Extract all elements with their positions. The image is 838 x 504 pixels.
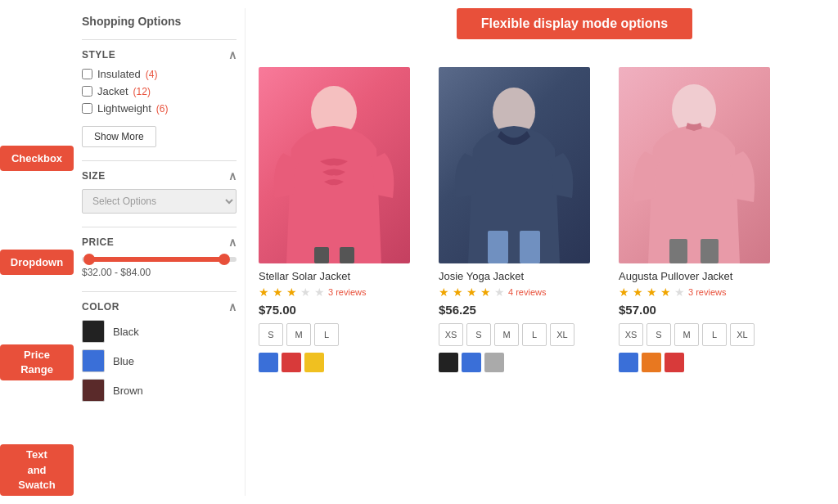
dropdown-label-badge: Dropdown [0, 250, 74, 275]
svg-rect-2 [340, 247, 354, 263]
style-insulated-label: Insulated [97, 68, 141, 80]
product-swatches-0 [259, 353, 422, 372]
stars-row-0: ★ ★ ★ ★ ★ 3 reviews [259, 286, 422, 299]
swatch-black-1[interactable] [439, 353, 458, 372]
svg-rect-8 [701, 239, 719, 263]
reviews-link-1[interactable]: 4 reviews [508, 287, 546, 297]
reviews-link-0[interactable]: 3 reviews [328, 287, 366, 297]
size-m-2[interactable]: M [674, 323, 699, 346]
style-insulated-item[interactable]: Insulated (4) [82, 68, 237, 80]
product-card-0: Stellar Solar Jacket ★ ★ ★ ★ ★ 3 reviews… [259, 67, 422, 372]
star-3b: ★ [466, 286, 477, 299]
product-image-2 [619, 67, 770, 263]
size-buttons-0: S M L [259, 323, 422, 346]
product-card-1: Josie Yoga Jacket ★ ★ ★ ★ ★ 4 reviews $5… [439, 67, 602, 372]
color-black-swatch [82, 320, 105, 343]
svg-rect-5 [520, 231, 540, 263]
color-black-item[interactable]: Black [82, 320, 237, 343]
size-l-1[interactable]: L [522, 323, 547, 346]
style-filter-header[interactable]: STYLE ∧ [82, 48, 237, 61]
size-s-2[interactable]: S [647, 323, 671, 346]
price-range-text: $32.00 - $84.00 [82, 267, 237, 278]
style-lightweight-item[interactable]: Lightweight (6) [82, 102, 237, 115]
size-chevron-icon: ∧ [228, 169, 237, 182]
svg-rect-1 [314, 247, 329, 263]
style-lightweight-label: Lightweight [97, 102, 151, 115]
flexible-display-banner: Flexible display mode options [457, 8, 692, 39]
size-s-1[interactable]: S [466, 323, 491, 346]
product-figure-0 [259, 67, 410, 263]
stars-row-1: ★ ★ ★ ★ ★ 4 reviews [439, 286, 602, 299]
price-slider[interactable] [82, 257, 237, 262]
size-m-0[interactable]: M [286, 323, 311, 346]
size-xl-1[interactable]: XL [550, 323, 574, 346]
price-chevron-icon: ∧ [228, 236, 237, 249]
size-xl-2[interactable]: XL [730, 323, 755, 346]
color-filter-header[interactable]: COLOR ∧ [82, 300, 237, 313]
style-jacket-label: Jacket [97, 85, 128, 97]
product-figure-2 [619, 67, 770, 263]
swatch-red-0[interactable] [282, 353, 301, 372]
color-brown-item[interactable]: Brown [82, 379, 237, 402]
product-name-2: Augusta Pullover Jacket [619, 270, 782, 282]
swatch-red-2[interactable] [665, 353, 684, 372]
product-image-0 [259, 67, 410, 263]
swatch-blue-2[interactable] [619, 353, 638, 372]
size-buttons-2: XS S M L XL [619, 323, 782, 346]
size-s-0[interactable]: S [259, 323, 283, 346]
style-jacket-count: (12) [133, 86, 151, 97]
style-jacket-checkbox[interactable] [82, 86, 92, 97]
size-xs-1[interactable]: XS [439, 323, 463, 346]
product-price-2: $57.00 [619, 303, 782, 317]
product-card-2: Augusta Pullover Jacket ★ ★ ★ ★ ★ 3 revi… [619, 67, 782, 372]
star-2b: ★ [453, 286, 463, 299]
size-select-dropdown[interactable]: Select Options S M L XL XS [82, 189, 237, 214]
size-l-2[interactable]: L [702, 323, 727, 346]
products-grid: Stellar Solar Jacket ★ ★ ★ ★ ★ 3 reviews… [259, 67, 825, 372]
svg-rect-4 [488, 231, 508, 263]
star-1b: ★ [439, 286, 449, 299]
swatch-orange-2[interactable] [642, 353, 661, 372]
swatch-gray-1[interactable] [484, 353, 504, 372]
star-2: ★ [273, 286, 283, 299]
product-swatches-1 [439, 353, 602, 372]
stars-row-2: ★ ★ ★ ★ ★ 3 reviews [619, 286, 782, 299]
reviews-link-2[interactable]: 3 reviews [688, 287, 726, 297]
price-thumb-right[interactable] [219, 254, 230, 265]
size-xs-2[interactable]: XS [619, 323, 643, 346]
price-filter-label: PRICE [82, 236, 114, 248]
size-l-0[interactable]: L [314, 323, 339, 346]
sidebar-title: Shopping Options [82, 15, 237, 28]
show-more-button[interactable]: Show More [82, 126, 156, 147]
price-filter: PRICE ∧ $32.00 - $84.00 [82, 227, 237, 278]
star-2c: ★ [633, 286, 643, 299]
star-5c: ★ [674, 286, 685, 299]
checkbox-label-badge: Checkbox [0, 146, 74, 171]
style-lightweight-count: (6) [156, 103, 169, 115]
text-swatch-label-badge: Text and Swatch [0, 444, 74, 496]
swatch-blue-1[interactable] [462, 353, 481, 372]
price-track [82, 257, 237, 262]
color-blue-label: Blue [113, 355, 134, 367]
star-4: ★ [300, 286, 311, 299]
size-filter-header[interactable]: SIZE ∧ [82, 169, 237, 182]
star-1c: ★ [619, 286, 629, 299]
color-filter-label: COLOR [82, 301, 119, 313]
style-insulated-checkbox[interactable] [82, 69, 92, 79]
price-thumb-left[interactable] [83, 254, 95, 265]
star-5: ★ [314, 286, 325, 299]
swatch-blue-0[interactable] [259, 353, 278, 372]
color-blue-item[interactable]: Blue [82, 349, 237, 372]
size-filter-label: SIZE [82, 170, 106, 182]
color-chevron-icon: ∧ [228, 300, 237, 313]
style-jacket-item[interactable]: Jacket (12) [82, 85, 237, 97]
size-m-1[interactable]: M [494, 323, 519, 346]
star-4c: ★ [660, 286, 671, 299]
style-lightweight-checkbox[interactable] [82, 103, 92, 114]
price-filter-header[interactable]: PRICE ∧ [82, 236, 237, 249]
price-range-label-badge: Price Range [0, 344, 74, 380]
color-blue-swatch [82, 349, 105, 372]
star-4b: ★ [480, 286, 491, 299]
swatch-yellow-0[interactable] [304, 353, 324, 372]
main-content: Flexible display mode options [246, 8, 838, 496]
